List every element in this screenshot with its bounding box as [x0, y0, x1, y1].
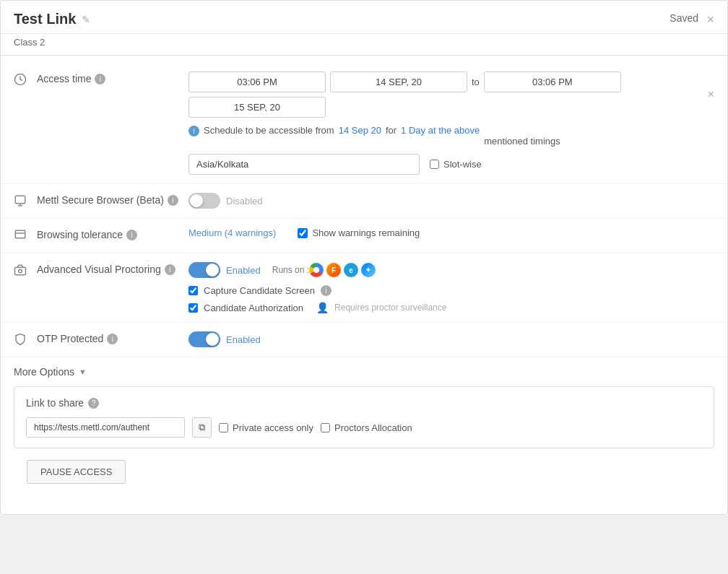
proctors-allocation-row: Proctors Allocation: [321, 422, 412, 433]
otp-toggle-row: Enabled: [188, 331, 714, 347]
otp-content: Enabled: [188, 331, 714, 347]
capture-screen-label: Capture Candidate Screen: [204, 285, 315, 296]
browser-icon-img: [14, 193, 37, 209]
secure-browser-content: Disabled: [188, 193, 714, 209]
panel-subtitle: Class 2: [1, 34, 727, 55]
firefox-icon: F: [326, 263, 341, 277]
timezone-input[interactable]: [188, 154, 420, 175]
schedule-date-link[interactable]: 14 Sep 20: [339, 125, 381, 136]
show-warnings-checkbox[interactable]: [298, 228, 308, 238]
schedule-info-icon: i: [188, 126, 199, 136]
camera-icon: [14, 262, 37, 279]
link-share-section: Link to share ? ⧉ Private access only Pr…: [14, 386, 714, 448]
slot-wise-checkbox-row: Slot-wise: [430, 159, 482, 170]
start-time-input[interactable]: [188, 71, 326, 92]
secure-browser-status: Disabled: [226, 196, 263, 206]
avp-status: Enabled: [226, 265, 261, 276]
access-time-content: to × i Schedule to be accessible from 14…: [188, 71, 714, 175]
avp-options: Capture Candidate Screen i Candidate Aut…: [188, 285, 714, 313]
avp-toggle-row: Enabled Runs on : F e ✦: [188, 262, 714, 278]
secure-browser-label: Mettl Secure Browser (Beta) i: [37, 193, 188, 206]
proctors-allocation-label: Proctors Allocation: [334, 422, 412, 433]
otp-section: OTP Protected i Enabled: [1, 323, 727, 357]
panel-title: Test Link: [14, 11, 76, 27]
show-warnings-label: Show warnings remaining: [312, 227, 420, 238]
otp-toggle[interactable]: [188, 331, 220, 347]
proctor-label: Requires proctor surveillance: [334, 303, 446, 313]
start-date-input[interactable]: [330, 71, 467, 92]
schedule-info: i Schedule to be accessible from 14 Sep …: [188, 125, 622, 147]
avp-section: Advanced Visual Proctoring i Enabled Run…: [1, 253, 727, 323]
browse-row: Medium (4 warnings) Show warnings remain…: [188, 227, 714, 238]
copy-link-button[interactable]: ⧉: [192, 417, 212, 438]
secure-browser-toggle-row: Disabled: [188, 193, 714, 209]
svg-point-7: [19, 269, 22, 273]
toggle-knob: [206, 264, 219, 277]
slot-wise-checkbox[interactable]: [430, 160, 439, 169]
clear-access-time-icon[interactable]: ×: [708, 88, 714, 101]
access-time-info-icon[interactable]: i: [95, 74, 105, 84]
candidate-auth-checkbox[interactable]: [188, 303, 198, 313]
close-icon[interactable]: ×: [706, 13, 714, 26]
pause-access-button[interactable]: PAUSE ACCESS: [27, 460, 126, 484]
timezone-row: Slot-wise: [188, 154, 714, 175]
more-options-arrow: ▼: [79, 368, 87, 376]
proctors-allocation-checkbox[interactable]: [321, 423, 330, 432]
schedule-mentioned: mentioned timings: [484, 125, 560, 147]
private-access-row: Private access only: [219, 422, 313, 433]
capture-screen-info-icon[interactable]: i: [321, 285, 332, 296]
avp-content: Enabled Runs on : F e ✦: [188, 262, 714, 313]
safari-icon: ✦: [361, 263, 376, 277]
browsing-tolerance-info-icon[interactable]: i: [126, 230, 137, 240]
end-date-input[interactable]: [188, 97, 326, 118]
capture-screen-row: Capture Candidate Screen i: [188, 285, 714, 296]
panel-body: Access time i to × i Schedule to be: [1, 56, 727, 514]
browsing-icon: [14, 227, 37, 244]
secure-browser-info-icon[interactable]: i: [168, 195, 178, 206]
link-share-title: Link to share ?: [26, 397, 702, 409]
more-options-row[interactable]: More Options ▼: [1, 357, 727, 386]
svg-rect-4: [15, 230, 25, 238]
chrome-icon: [309, 263, 324, 277]
candidate-auth-row: Candidate Authorization 👤 Requires proct…: [188, 302, 714, 313]
saved-label: Saved: [670, 12, 698, 24]
link-url-input[interactable]: [26, 417, 185, 438]
secure-browser-section: Mettl Secure Browser (Beta) i Disabled: [1, 184, 727, 219]
ie-icon: e: [344, 263, 358, 277]
svg-rect-6: [15, 267, 26, 275]
panel-header: Test Link ✎ Saved ×: [1, 1, 727, 34]
link-share-info-icon[interactable]: ?: [88, 398, 99, 409]
schedule-duration-link[interactable]: 1 Day at the above: [401, 125, 480, 136]
clock-icon: [14, 71, 37, 88]
end-time-input[interactable]: [484, 71, 621, 92]
browser-icons: F e ✦: [309, 263, 376, 277]
more-options-label: More Options: [14, 366, 74, 378]
to-label: to: [472, 77, 480, 87]
otp-label: OTP Protected i: [37, 331, 188, 344]
browsing-tolerance-value[interactable]: Medium (4 warnings): [188, 227, 276, 238]
avp-info-icon[interactable]: i: [165, 264, 176, 275]
schedule-prefix: Schedule to be accessible from: [204, 125, 334, 136]
browsing-tolerance-section: Browsing tolerance i Medium (4 warnings)…: [1, 219, 727, 253]
toggle-knob: [206, 333, 219, 346]
private-access-label: Private access only: [233, 422, 313, 433]
slot-wise-label: Slot-wise: [443, 159, 482, 170]
access-time-label: Access time i: [37, 71, 188, 84]
access-time-section: Access time i to × i Schedule to be: [1, 63, 727, 184]
otp-status: Enabled: [226, 334, 261, 345]
time-inputs: to: [188, 71, 696, 118]
toggle-knob: [190, 194, 203, 207]
browsing-tolerance-content: Medium (4 warnings) Show warnings remain…: [188, 227, 714, 238]
edit-icon[interactable]: ✎: [82, 14, 90, 25]
pause-access-container: PAUSE ACCESS: [1, 460, 727, 507]
otp-info-icon[interactable]: i: [107, 334, 118, 344]
show-warnings-row: Show warnings remaining: [298, 227, 420, 238]
avp-label: Advanced Visual Proctoring i: [37, 262, 188, 275]
private-access-checkbox[interactable]: [219, 423, 228, 432]
candidate-auth-label: Candidate Authorization: [204, 303, 303, 313]
svg-rect-1: [15, 196, 25, 204]
capture-screen-checkbox[interactable]: [188, 286, 198, 295]
avp-toggle[interactable]: [188, 262, 220, 278]
secure-browser-toggle[interactable]: [188, 193, 220, 209]
browsing-tolerance-label: Browsing tolerance i: [37, 227, 188, 240]
